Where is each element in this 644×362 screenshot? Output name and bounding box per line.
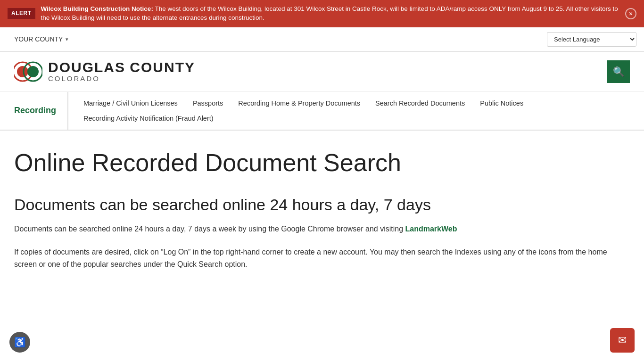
site-header: DOUGLAS COUNTY Colorado 🔍 — [0, 52, 644, 92]
body-paragraph-1: Documents can be searched online 24 hour… — [14, 223, 618, 235]
nav-link-marriage[interactable]: Marriage / Civil Union Licenses — [76, 96, 185, 111]
svg-point-3 — [27, 66, 39, 77]
main-content: Online Recorded Document Search Document… — [0, 131, 632, 301]
your-county-label: YOUR COUNTY — [14, 35, 63, 43]
nav-link-fraud-alert[interactable]: Recording Activity Notification (Fraud A… — [76, 111, 221, 126]
your-county-button[interactable]: YOUR COUNTY ▾ — [8, 32, 75, 47]
alert-text: Wilcox Building Construction Notice: The… — [41, 5, 620, 23]
logo-sub-text: Colorado — [48, 74, 195, 82]
body-text-before-link: Documents can be searched online 24 hour… — [14, 225, 405, 233]
alert-bold-text: Wilcox Building Construction Notice: — [41, 5, 153, 12]
language-selector-container: Select Language Spanish French German Ch… — [547, 32, 636, 47]
nav-link-public-notices[interactable]: Public Notices — [472, 96, 531, 111]
logo-area: DOUGLAS COUNTY Colorado — [14, 60, 195, 82]
logo-douglas: DOUGLAS — [48, 59, 125, 75]
body-paragraph-2: If copies of documents are desired, clic… — [14, 246, 618, 270]
svg-point-1 — [17, 66, 28, 77]
language-select[interactable]: Select Language Spanish French German Ch… — [547, 32, 636, 47]
nav-section-label: Recording — [0, 92, 68, 130]
search-icon: 🔍 — [613, 66, 625, 77]
logo-svg — [14, 61, 42, 82]
main-nav: Recording Marriage / Civil Union License… — [0, 92, 644, 131]
page-title: Online Recorded Document Search — [14, 149, 618, 176]
nav-link-search-recorded[interactable]: Search Recorded Documents — [368, 96, 472, 111]
alert-bar: ALERT Wilcox Building Construction Notic… — [0, 0, 644, 27]
alert-label: ALERT — [8, 8, 35, 19]
nav-links-container: Marriage / Civil Union Licenses Passport… — [68, 92, 644, 130]
chevron-down-icon: ▾ — [66, 36, 68, 42]
nav-link-recording-home[interactable]: Recording Home & Property Documents — [231, 96, 368, 111]
nav-link-passports[interactable]: Passports — [185, 96, 231, 111]
top-nav: YOUR COUNTY ▾ Select Language Spanish Fr… — [0, 27, 644, 52]
landmark-web-link[interactable]: LandmarkWeb — [405, 225, 457, 233]
logo-main-text: DOUGLAS COUNTY — [48, 60, 195, 74]
logo-text: DOUGLAS COUNTY Colorado — [48, 60, 195, 82]
search-button[interactable]: 🔍 — [607, 60, 630, 83]
alert-close-button[interactable]: × — [625, 8, 636, 19]
logo-county: COUNTY — [130, 59, 195, 75]
section-heading: Documents can be searched online 24 hour… — [14, 195, 618, 214]
logo-icon — [14, 61, 42, 82]
